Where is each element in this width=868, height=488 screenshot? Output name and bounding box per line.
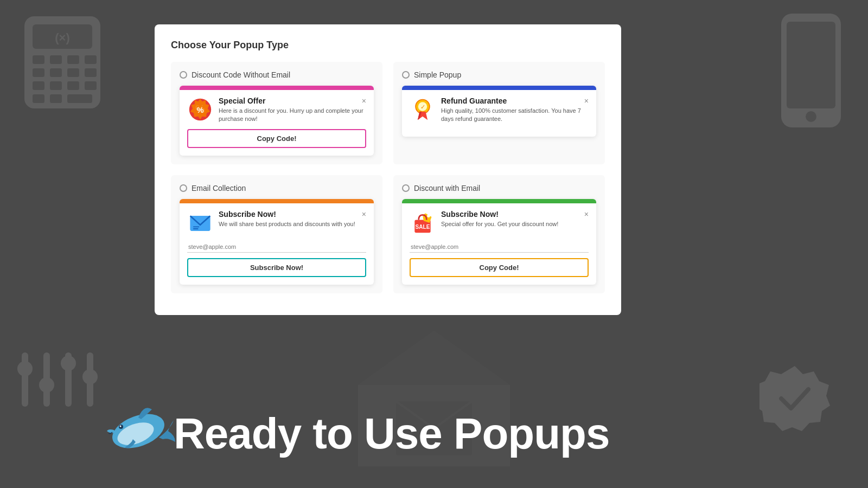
svg-rect-8 xyxy=(50,68,62,77)
email-input-discount[interactable] xyxy=(410,241,589,253)
popup-desc-simple: High quality, 100% customer satisfaction… xyxy=(441,107,589,124)
radio-simple[interactable] xyxy=(402,71,410,79)
svg-marker-30 xyxy=(358,331,510,385)
popup-row-discount-email: SALE Subscribe Now! Special offer for yo… xyxy=(410,210,589,236)
svg-rect-13 xyxy=(67,81,79,90)
svg-text:(×): (×) xyxy=(55,31,70,44)
close-icon-discount-email[interactable]: × xyxy=(584,210,589,219)
card-header-simple: Simple Popup xyxy=(402,70,596,79)
popup-row: % % Special Offer Here is a discount for… xyxy=(187,97,366,124)
bottom-banner: Ready to Use Popups xyxy=(0,380,868,488)
svg-rect-15 xyxy=(33,94,44,103)
popup-text-area-email: Subscribe Now! We will share best produc… xyxy=(219,210,366,228)
svg-rect-4 xyxy=(50,55,62,64)
card-header-discount-email: Discount with Email xyxy=(402,184,596,192)
copy-code-button[interactable]: Copy Code! xyxy=(187,129,366,148)
panel-title: Choose Your Popup Type xyxy=(171,40,605,51)
card-type-label-email: Email Collection xyxy=(192,184,246,192)
popup-body-discount-email: SALE Subscribe Now! Special offer for yo… xyxy=(402,203,596,285)
popup-row-simple: ✓ Refund Guarantee High quality, 100% cu… xyxy=(410,97,589,124)
svg-rect-19 xyxy=(787,22,835,108)
svg-rect-3 xyxy=(33,55,44,64)
svg-point-25 xyxy=(17,361,33,376)
popup-row-email: Subscribe Now! We will share best produc… xyxy=(187,210,366,236)
svg-rect-16 xyxy=(50,94,62,103)
popup-text-area-discount-email: Subscribe Now! Special offer for you. Ge… xyxy=(441,210,589,228)
svg-rect-9 xyxy=(67,68,79,77)
svg-text:%: % xyxy=(196,106,203,114)
svg-rect-11 xyxy=(33,81,44,90)
popup-title: Special Offer xyxy=(219,97,366,105)
popup-grid: Discount Code Without Email % xyxy=(171,62,605,293)
svg-rect-17 xyxy=(67,94,92,103)
close-icon[interactable]: × xyxy=(362,97,366,105)
svg-point-27 xyxy=(61,356,76,371)
popup-card-discount-no-email[interactable]: Discount Code Without Email % xyxy=(171,62,382,164)
popup-card-email[interactable]: Email Collection xyxy=(171,175,382,293)
popup-desc-email: We will share best products and discount… xyxy=(219,220,366,228)
top-bar-orange xyxy=(180,199,374,203)
top-bar-blue xyxy=(402,86,596,90)
popup-card-discount-email[interactable]: Discount with Email SALE xyxy=(393,175,605,293)
popup-desc: Here is a discount for you. Hurry up and… xyxy=(219,107,366,124)
svg-rect-6 xyxy=(85,55,97,64)
close-icon-email[interactable]: × xyxy=(362,210,366,219)
email-icon xyxy=(187,210,213,236)
svg-rect-7 xyxy=(33,68,44,77)
popup-desc-discount-email: Special offer for you. Get your discount… xyxy=(441,220,589,228)
popup-text-area-simple: Refund Guarantee High quality, 100% cust… xyxy=(441,97,589,124)
popup-title-email: Subscribe Now! xyxy=(219,210,366,219)
svg-point-20 xyxy=(806,111,816,122)
radio-discount-no-email[interactable] xyxy=(180,71,187,79)
email-input[interactable] xyxy=(187,241,366,253)
popup-preview-discount-email: SALE Subscribe Now! Special offer for yo… xyxy=(402,199,596,285)
refund-icon: ✓ xyxy=(410,97,436,123)
svg-text:✓: ✓ xyxy=(420,104,425,110)
svg-rect-12 xyxy=(50,81,62,90)
copy-code-button-email[interactable]: Copy Code! xyxy=(410,258,589,277)
card-type-label: Discount Code Without Email xyxy=(192,70,290,79)
popup-preview-email: Subscribe Now! We will share best produc… xyxy=(180,199,374,285)
radio-discount-email[interactable] xyxy=(402,184,410,192)
svg-point-52 xyxy=(427,214,430,217)
popup-body-email: Subscribe Now! We will share best produc… xyxy=(180,203,374,285)
banner-text: Ready to Use Popups xyxy=(174,409,609,459)
popup-body-simple: ✓ Refund Guarantee High quality, 100% cu… xyxy=(402,90,596,137)
close-icon-simple[interactable]: × xyxy=(584,97,589,105)
sale-icon: SALE xyxy=(410,210,436,236)
svg-rect-5 xyxy=(67,55,79,64)
svg-rect-14 xyxy=(85,81,97,90)
discount-icon: % % xyxy=(187,97,213,123)
popup-card-simple[interactable]: Simple Popup ✓ xyxy=(393,62,605,164)
top-bar-pink xyxy=(180,86,374,90)
card-header-discount-no-email: Discount Code Without Email xyxy=(180,70,374,79)
popup-title-simple: Refund Guarantee xyxy=(441,97,589,105)
top-bar-green xyxy=(402,199,596,203)
popup-preview-discount-no-email: % % Special Offer Here is a discount for… xyxy=(180,86,374,156)
popup-title-discount-email: Subscribe Now! xyxy=(441,210,589,219)
popup-text-area: Special Offer Here is a discount for you… xyxy=(219,97,366,124)
svg-rect-10 xyxy=(85,68,97,77)
card-type-label-simple: Simple Popup xyxy=(414,70,461,79)
radio-email[interactable] xyxy=(180,184,187,192)
card-header-email: Email Collection xyxy=(180,184,374,192)
card-type-label-discount-email: Discount with Email xyxy=(414,184,480,192)
popup-body: % % Special Offer Here is a discount for… xyxy=(180,90,374,156)
popup-preview-simple: ✓ Refund Guarantee High quality, 100% cu… xyxy=(402,86,596,137)
subscribe-button[interactable]: Subscribe Now! xyxy=(187,258,366,277)
main-panel: Choose Your Popup Type Discount Code Wit… xyxy=(155,24,621,315)
svg-text:SALE: SALE xyxy=(416,224,430,230)
